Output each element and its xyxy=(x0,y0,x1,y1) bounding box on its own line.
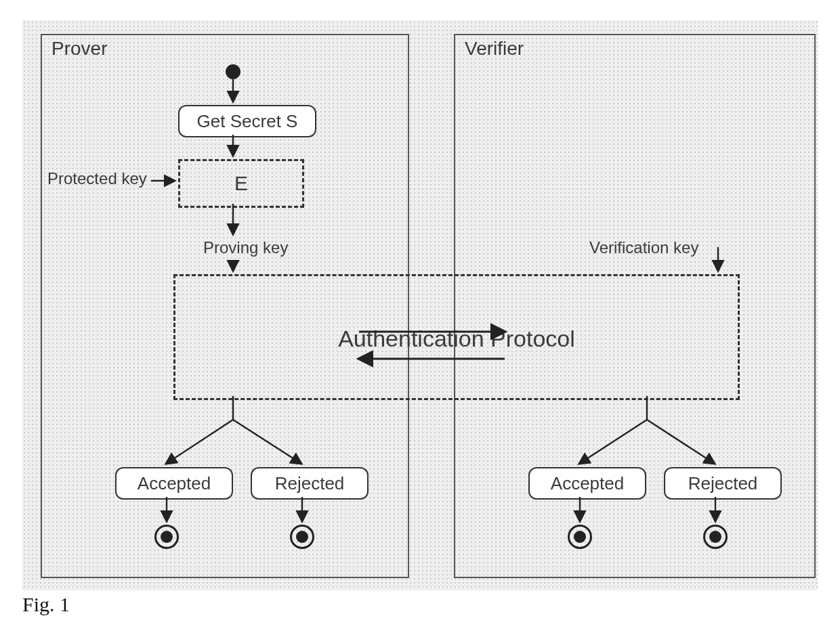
verifier-rejected-box: Rejected xyxy=(664,467,782,500)
e-box: E xyxy=(178,159,304,208)
verifier-accepted-label: Accepted xyxy=(551,473,624,494)
auth-protocol-title: Authentication Protocol xyxy=(338,326,575,352)
auth-protocol-box: Authentication Protocol xyxy=(173,274,740,400)
verifier-rejected-label: Rejected xyxy=(688,473,758,494)
prover-accepted-box: Accepted xyxy=(115,467,233,500)
prover-rejected-label: Rejected xyxy=(275,473,345,494)
verifier-title: Verifier xyxy=(465,38,524,60)
figure-caption: Fig. 1 xyxy=(22,593,70,616)
prover-title: Prover xyxy=(51,38,107,60)
start-node-dot xyxy=(226,64,240,79)
get-secret-box: Get Secret S xyxy=(178,105,316,137)
proving-key-label: Proving key xyxy=(203,238,288,257)
e-box-label: E xyxy=(234,172,248,195)
prover-rejected-box: Rejected xyxy=(251,467,369,500)
protected-key-label: Protected key xyxy=(47,169,147,188)
verifier-accepted-end xyxy=(568,525,592,549)
verifier-rejected-end xyxy=(703,525,728,549)
prover-accepted-end xyxy=(154,525,179,549)
prover-accepted-label: Accepted xyxy=(138,473,211,494)
verifier-accepted-box: Accepted xyxy=(528,467,646,500)
prover-rejected-end xyxy=(290,525,314,549)
verification-key-label: Verification key xyxy=(589,238,698,257)
get-secret-label: Get Secret S xyxy=(197,111,298,132)
